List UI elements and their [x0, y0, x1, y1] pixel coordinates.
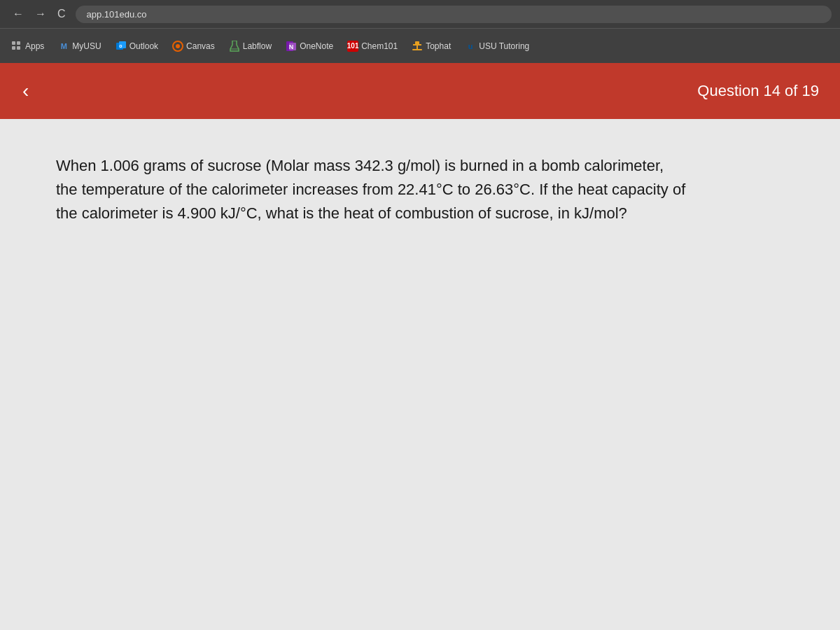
- bookmark-usu-tutoring[interactable]: u USU Tutoring: [459, 38, 535, 55]
- outlook-icon: o: [115, 41, 127, 52]
- svg-rect-2: [12, 46, 15, 50]
- chem101-icon: 101: [347, 41, 358, 52]
- svg-text:N: N: [289, 43, 294, 50]
- apps-icon: [11, 41, 22, 52]
- svg-text:o: o: [119, 43, 122, 48]
- browser-toolbar: ← → C: [0, 0, 840, 28]
- question-header: ‹ Question 14 of 19: [0, 63, 840, 119]
- bookmark-apps-label: Apps: [25, 41, 44, 51]
- forward-nav-button[interactable]: →: [31, 5, 50, 23]
- myusu-icon: M: [58, 41, 69, 52]
- svg-point-8: [176, 44, 180, 48]
- bookmark-canvas-label: Canvas: [186, 41, 215, 51]
- svg-rect-13: [415, 41, 419, 45]
- svg-rect-1: [17, 41, 20, 45]
- canvas-icon: [172, 41, 183, 52]
- question-text: When 1.006 grams of sucrose (Molar mass …: [56, 154, 686, 225]
- bookmark-labflow-label: Labflow: [243, 41, 272, 51]
- address-bar[interactable]: [76, 6, 832, 23]
- bookmarks-bar: Apps M MyUSU o Outlook: [0, 28, 840, 63]
- usu-icon: u: [465, 41, 476, 52]
- bookmark-canvas[interactable]: Canvas: [167, 38, 220, 55]
- page-container: ‹ Question 14 of 19 When 1.006 grams of …: [0, 63, 840, 630]
- svg-rect-3: [17, 46, 20, 50]
- onenote-icon: N: [286, 41, 297, 52]
- bookmark-onenote-label: OneNote: [300, 41, 333, 51]
- bookmark-labflow[interactable]: Labflow: [223, 38, 277, 55]
- bookmark-myusu[interactable]: M MyUSU: [52, 38, 106, 55]
- bookmark-outlook-label: Outlook: [130, 41, 158, 51]
- back-nav-button[interactable]: ←: [8, 5, 28, 23]
- bookmark-tophat-label: Tophat: [426, 41, 451, 51]
- bookmark-usu-label: USU Tutoring: [479, 41, 529, 51]
- tophat-icon: [412, 41, 423, 52]
- bookmark-outlook[interactable]: o Outlook: [110, 38, 164, 55]
- svg-rect-0: [12, 41, 15, 45]
- refresh-button[interactable]: C: [53, 5, 70, 23]
- bookmark-onenote[interactable]: N OneNote: [280, 38, 339, 55]
- browser-chrome: ← → C Apps M MyUSU: [0, 0, 840, 63]
- back-button[interactable]: ‹: [14, 74, 37, 108]
- bookmark-apps[interactable]: Apps: [6, 38, 50, 55]
- svg-rect-14: [412, 49, 422, 50]
- bookmark-chem101-label: Chem101: [361, 41, 398, 51]
- question-counter: Question 14 of 19: [697, 82, 826, 100]
- nav-buttons: ← → C: [8, 5, 70, 23]
- labflow-icon: [229, 41, 240, 52]
- bookmark-myusu-label: MyUSU: [72, 41, 101, 51]
- bookmark-tophat[interactable]: Tophat: [406, 38, 456, 55]
- content-area: When 1.006 grams of sucrose (Molar mass …: [0, 119, 840, 630]
- bookmark-chem101[interactable]: 101 Chem101: [342, 38, 403, 55]
